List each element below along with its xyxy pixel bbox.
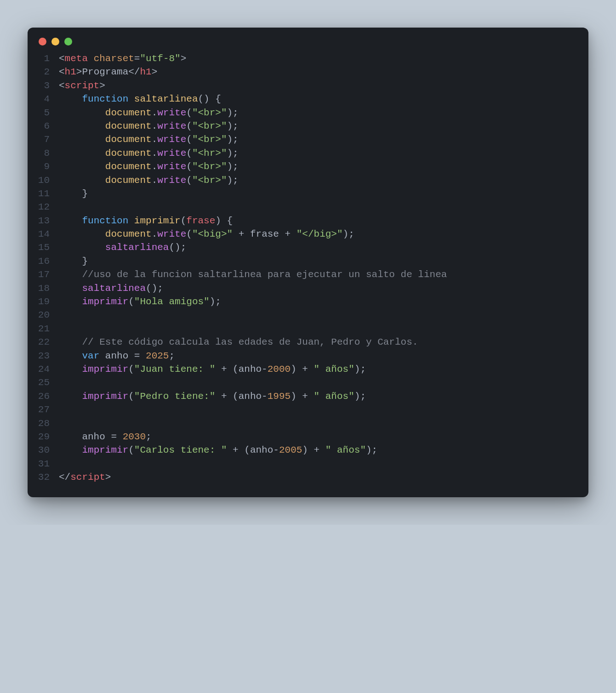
code-line: 1<meta charset="utf-8"> (28, 52, 588, 65)
code-content[interactable]: saltarlinea(); (59, 241, 588, 254)
line-number: 32 (28, 471, 59, 484)
code-content[interactable]: <h1>Programa</h1> (59, 65, 588, 79)
code-line: 16 } (28, 255, 588, 268)
line-number: 7 (28, 133, 59, 146)
code-line: 11 } (28, 187, 588, 200)
code-line: 19 imprimir("Hola amigos"); (28, 295, 588, 308)
line-number: 10 (28, 174, 59, 187)
code-area[interactable]: 1<meta charset="utf-8">2<h1>Programa</h1… (28, 49, 588, 484)
code-line: 30 imprimir("Carlos tiene: " + (anho-200… (28, 443, 588, 457)
code-line: 9 document.write("<br>"); (28, 160, 588, 173)
code-line: 32</script> (28, 471, 588, 484)
line-number: 20 (28, 308, 59, 322)
code-content[interactable] (59, 322, 588, 335)
line-number: 3 (28, 79, 59, 92)
code-content[interactable]: document.write("<br>"); (59, 133, 588, 146)
code-content[interactable] (59, 403, 588, 416)
line-number: 11 (28, 187, 59, 200)
code-content[interactable]: <script> (59, 79, 588, 92)
code-line: 21 (28, 322, 588, 335)
code-content[interactable]: // Este código calcula las edades de Jua… (59, 335, 588, 349)
code-content[interactable]: } (59, 187, 588, 200)
code-line: 5 document.write("<br>"); (28, 106, 588, 119)
code-line: 31 (28, 457, 588, 471)
code-line: 7 document.write("<br>"); (28, 133, 588, 146)
code-content[interactable]: document.write("<br>"); (59, 174, 588, 187)
code-content[interactable]: imprimir("Juan tiene: " + (anho-2000) + … (59, 363, 588, 376)
line-number: 8 (28, 147, 59, 160)
line-number: 18 (28, 282, 59, 295)
line-number: 5 (28, 106, 59, 119)
code-content[interactable] (59, 417, 588, 430)
code-line: 28 (28, 417, 588, 430)
line-number: 29 (28, 430, 59, 443)
code-line: 14 document.write("<big>" + frase + "</b… (28, 227, 588, 241)
code-content[interactable] (59, 200, 588, 214)
code-line: 3<script> (28, 79, 588, 92)
line-number: 6 (28, 119, 59, 133)
line-number: 31 (28, 457, 59, 471)
code-line: 26 imprimir("Pedro tiene:" + (anho-1995)… (28, 390, 588, 403)
line-number: 16 (28, 255, 59, 268)
line-number: 15 (28, 241, 59, 254)
code-content[interactable]: document.write("<br>"); (59, 160, 588, 173)
code-content[interactable] (59, 308, 588, 322)
line-number: 26 (28, 390, 59, 403)
line-number: 27 (28, 403, 59, 416)
code-content[interactable]: </script> (59, 471, 588, 484)
code-line: 27 (28, 403, 588, 416)
line-number: 1 (28, 52, 59, 65)
close-window-button[interactable] (39, 38, 46, 45)
line-number: 14 (28, 227, 59, 241)
line-number: 13 (28, 214, 59, 227)
line-number: 24 (28, 363, 59, 376)
code-line: 8 document.write("<hr>"); (28, 147, 588, 160)
code-line: 18 saltarlinea(); (28, 282, 588, 295)
line-number: 9 (28, 160, 59, 173)
code-content[interactable]: anho = 2030; (59, 430, 588, 443)
line-number: 30 (28, 443, 59, 457)
code-content[interactable]: <meta charset="utf-8"> (59, 52, 588, 65)
line-number: 25 (28, 376, 59, 389)
code-content[interactable]: //uso de la funcion saltarlinea para eje… (59, 268, 588, 281)
line-number: 28 (28, 417, 59, 430)
code-content[interactable]: var anho = 2025; (59, 349, 588, 363)
code-content[interactable] (59, 457, 588, 471)
code-line: 12 (28, 200, 588, 214)
line-number: 19 (28, 295, 59, 308)
line-number: 17 (28, 268, 59, 281)
code-line: 6 document.write("<br>"); (28, 119, 588, 133)
line-number: 4 (28, 92, 59, 106)
code-line: 23 var anho = 2025; (28, 349, 588, 363)
code-line: 4 function saltarlinea() { (28, 92, 588, 106)
zoom-window-button[interactable] (64, 38, 72, 45)
line-number: 2 (28, 65, 59, 79)
code-content[interactable]: document.write("<hr>"); (59, 147, 588, 160)
code-content[interactable]: saltarlinea(); (59, 282, 588, 295)
code-content[interactable]: function imprimir(frase) { (59, 214, 588, 227)
code-line: 29 anho = 2030; (28, 430, 588, 443)
code-line: 2<h1>Programa</h1> (28, 65, 588, 79)
code-content[interactable]: function saltarlinea() { (59, 92, 588, 106)
code-line: 24 imprimir("Juan tiene: " + (anho-2000)… (28, 363, 588, 376)
code-content[interactable]: } (59, 255, 588, 268)
code-line: 25 (28, 376, 588, 389)
line-number: 23 (28, 349, 59, 363)
code-content[interactable] (59, 376, 588, 389)
code-content[interactable]: document.write("<br>"); (59, 106, 588, 119)
line-number: 12 (28, 200, 59, 214)
code-line: 22 // Este código calcula las edades de … (28, 335, 588, 349)
code-line: 20 (28, 308, 588, 322)
code-content[interactable]: document.write("<br>"); (59, 119, 588, 133)
titlebar (28, 28, 588, 49)
code-line: 15 saltarlinea(); (28, 241, 588, 254)
code-content[interactable]: document.write("<big>" + frase + "</big>… (59, 227, 588, 241)
code-content[interactable]: imprimir("Hola amigos"); (59, 295, 588, 308)
code-content[interactable]: imprimir("Pedro tiene:" + (anho-1995) + … (59, 390, 588, 403)
code-content[interactable]: imprimir("Carlos tiene: " + (anho-2005) … (59, 443, 588, 457)
line-number: 21 (28, 322, 59, 335)
code-line: 13 function imprimir(frase) { (28, 214, 588, 227)
minimize-window-button[interactable] (51, 38, 59, 45)
line-number: 22 (28, 335, 59, 349)
code-line: 10 document.write("<br>"); (28, 174, 588, 187)
